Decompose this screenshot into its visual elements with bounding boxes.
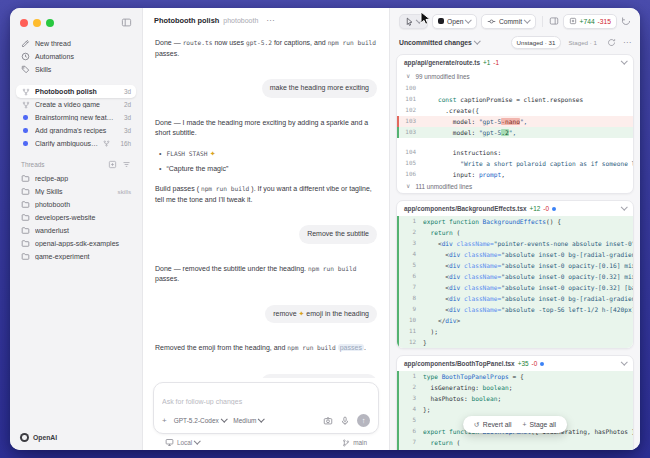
sidebar-nav: New thread Automations Skills xyxy=(16,37,136,76)
code-segment: < xyxy=(423,284,449,291)
thread-menu-button[interactable]: ⋯ xyxy=(266,17,274,25)
file-diff-header[interactable]: app/api/generate/route.ts+1-1 xyxy=(397,55,633,70)
code-segment: div xyxy=(449,251,460,258)
filter-icon[interactable] xyxy=(122,160,131,169)
diff-row: ∨3 <div className="pointer-events-none a… xyxy=(397,238,633,249)
changes-scope-selector[interactable]: Uncommitted changes xyxy=(399,39,479,46)
message-segment: remove xyxy=(273,310,298,317)
chevron-down-icon xyxy=(621,58,627,64)
panel-toggle-button[interactable] xyxy=(549,16,559,26)
file-diff-header[interactable]: app/components/BoothTopPanel.tsx+35-0 xyxy=(397,356,633,371)
folder-list-item[interactable]: wanderlust xyxy=(16,224,136,237)
chevron-down-icon xyxy=(259,416,265,422)
file-diff-list: app/api/generate/route.ts+1-1∨99 unmodif… xyxy=(390,53,640,450)
screenshot-icon[interactable] xyxy=(323,416,333,426)
changes-scope-label: Uncommitted changes xyxy=(399,39,472,46)
composer[interactable]: + GPT-5.2-Codex Medium ↑ xyxy=(153,382,379,434)
open-button[interactable]: Open xyxy=(432,14,477,29)
message-segment: Build passes ( xyxy=(155,185,201,192)
code-line: export function BackgroundEffects() { xyxy=(423,216,633,227)
fold-label[interactable]: 111 unmodified lines xyxy=(415,181,472,192)
code-segment: < xyxy=(423,273,449,280)
folder-list-item[interactable]: openai-apps-sdk-examples xyxy=(16,237,136,250)
thread-list-item[interactable]: Photobooth polish3d xyxy=(16,85,136,98)
environment-selector[interactable]: Local xyxy=(165,438,200,447)
followup-input[interactable] xyxy=(162,398,370,414)
close-window-button[interactable] xyxy=(20,19,28,27)
sidebar-item-automations[interactable]: Automations xyxy=(16,50,136,63)
line-number: 103 xyxy=(399,127,423,138)
revert-icon: ↺ xyxy=(474,421,480,429)
fold-label[interactable]: 99 unmodified lines xyxy=(415,71,469,82)
file-diff-body: ∨1export function BackgroundEffects() {∨… xyxy=(397,216,633,348)
thread-list-item[interactable]: Create a video game2d xyxy=(16,98,136,111)
reasoning-selector[interactable]: Medium xyxy=(233,417,264,424)
branch-indicator[interactable]: main xyxy=(342,439,367,447)
folder-list-item[interactable]: recipe-app xyxy=(16,172,136,185)
line-number: 1 xyxy=(399,371,423,382)
code-line: .create({ xyxy=(423,105,633,116)
thread-title: Create a video game xyxy=(35,101,115,108)
composer-toolbar: + GPT-5.2-Codex Medium ↑ xyxy=(162,414,370,427)
chat-message: Build passes ( npm run build ). If you w… xyxy=(155,184,377,205)
mic-icon[interactable] xyxy=(340,416,350,426)
folder-list-item[interactable]: My Skillsskills xyxy=(16,185,136,198)
folder-list-item[interactable]: game-experiment xyxy=(16,250,136,263)
fork-icon xyxy=(103,140,110,147)
chevron-down-icon xyxy=(621,359,627,365)
revert-all-button[interactable]: ↺ Revert all xyxy=(474,421,511,429)
thread-title-heading: Photobooth polish xyxy=(154,16,219,25)
thread-list-item[interactable]: Clarify ambiguous request16h xyxy=(16,137,136,150)
code-segment: "absolute inset-0 bg-[radial-gradient(ci xyxy=(501,251,633,258)
folder-list-item[interactable]: developers-website xyxy=(16,211,136,224)
new-folder-icon[interactable] xyxy=(108,160,117,169)
code-line: <div className="absolute inset-0 opacity… xyxy=(423,260,633,271)
code-segment: ", xyxy=(520,118,527,125)
thread-list-item[interactable]: Brainstorming new features3d xyxy=(16,111,136,124)
chat-scroll-area[interactable]: Done — route.ts now uses gpt-5.2 for cap… xyxy=(143,31,389,378)
tab-unstaged[interactable]: Unstaged · 31 xyxy=(511,36,562,49)
line-number: 104 xyxy=(399,147,423,158)
nav-label: Skills xyxy=(35,66,51,73)
code-segment: "absolute inset-0 opacity-[0.32] mix-ble xyxy=(501,273,633,280)
chevron-down-icon xyxy=(474,38,480,44)
code-segment: .create({ xyxy=(423,107,479,114)
history-button[interactable] xyxy=(621,16,631,26)
minimize-window-button[interactable] xyxy=(33,19,41,27)
sidebar-toggle-icon[interactable] xyxy=(121,17,132,28)
folder-list-item[interactable]: photobooth xyxy=(16,198,136,211)
code-segment: className= xyxy=(460,273,501,280)
stage-all-button[interactable]: + Stage all xyxy=(522,421,555,428)
sidebar-item-new-thread[interactable]: New thread xyxy=(16,37,136,50)
attach-button[interactable]: + xyxy=(162,417,167,425)
line-number: 2 xyxy=(399,382,423,393)
cursor-tool-button[interactable] xyxy=(399,14,428,29)
zoom-window-button[interactable] xyxy=(46,19,54,27)
commit-button[interactable]: Commit xyxy=(481,14,536,29)
sidebar: New thread Automations Skills Photobooth… xyxy=(10,8,143,450)
chat-message: FLASH STASH ✦“Capture the magic” xyxy=(155,149,377,175)
code-segment: export function xyxy=(423,218,483,225)
model-selector[interactable]: GPT-5.2-Codex xyxy=(174,417,227,424)
file-additions: +35 xyxy=(518,360,529,367)
code-segment: className= xyxy=(460,284,501,291)
message-segment: npm run build xyxy=(328,39,376,46)
code-segment: div xyxy=(449,273,460,280)
refresh-button[interactable] xyxy=(607,38,616,47)
code-segment: div xyxy=(449,295,460,302)
tab-staged[interactable]: Staged · 1 xyxy=(565,37,600,48)
sidebar-item-skills[interactable]: Skills xyxy=(16,63,136,76)
diffstat-button[interactable]: +744 -315 xyxy=(563,14,617,29)
code-line: }; xyxy=(423,404,633,415)
diff-menu-button[interactable]: ⋯ xyxy=(623,38,631,47)
sidebar-footer[interactable]: OpenAI xyxy=(16,431,136,442)
send-button[interactable]: ↑ xyxy=(357,414,370,427)
line-number: 5 xyxy=(399,415,423,426)
thread-timestamp: 2d xyxy=(124,101,131,108)
thread-list-item[interactable]: Add grandma's recipes3d xyxy=(16,124,136,137)
diff-row: ∨11 ); xyxy=(397,326,633,337)
message-segment: now uses xyxy=(212,39,245,46)
file-diff-header[interactable]: app/components/BackgroundEffects.tsx+12-… xyxy=(397,201,633,216)
code-line: <div className="absolute inset-0 bg-[rad… xyxy=(423,249,633,260)
code-line: <div className="absolute inset-0 opacity… xyxy=(423,271,633,282)
